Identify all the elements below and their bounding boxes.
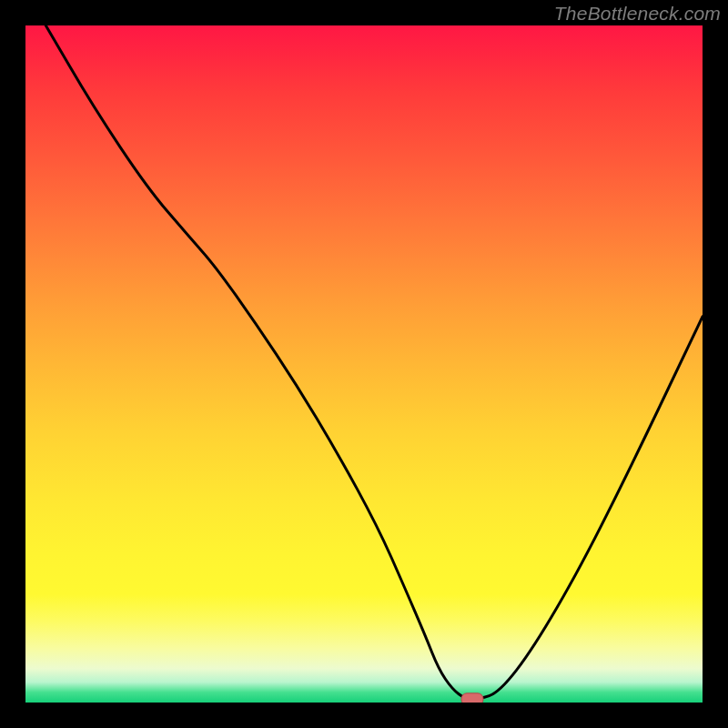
optimal-marker	[461, 693, 483, 703]
chart-frame: TheBottleneck.com	[0, 0, 728, 728]
bottleneck-curve-path	[46, 25, 703, 699]
optimal-point-icon	[461, 693, 483, 703]
watermark-text: TheBottleneck.com	[554, 3, 721, 25]
bottleneck-curve	[46, 25, 703, 699]
curve-layer	[25, 25, 703, 703]
plot-area	[25, 25, 703, 703]
